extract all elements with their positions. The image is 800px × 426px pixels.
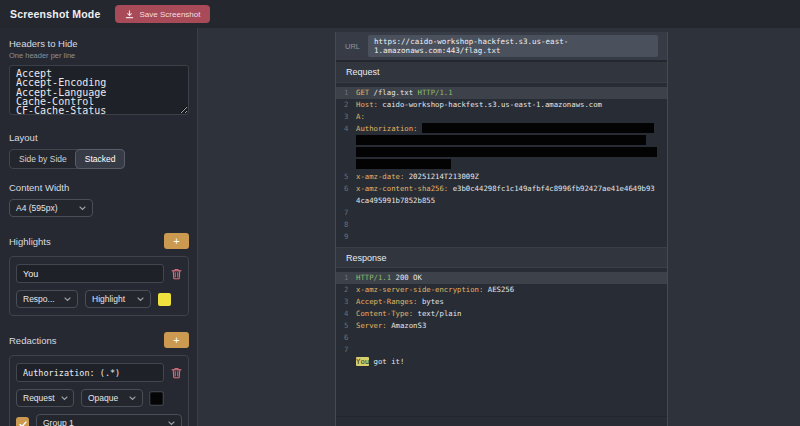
layout-side-by-side-button[interactable]: Side by Side bbox=[10, 150, 76, 168]
code-line bbox=[336, 147, 667, 159]
line-number bbox=[336, 159, 348, 171]
url-row: URL https://caido-workshop-hackfest.s3.u… bbox=[336, 32, 667, 62]
response-code-view: 1HTTP/1.1 200 OK2x-amz-server-side-encry… bbox=[336, 268, 667, 370]
line-number: 9 bbox=[336, 231, 348, 243]
panel-footer-divider bbox=[336, 416, 667, 417]
line-number bbox=[336, 147, 348, 159]
highlight-scope-value: Respo... bbox=[23, 294, 55, 304]
code-line: 2Host: caido-workshop-hackfest.s3.us-eas… bbox=[336, 99, 667, 111]
check-icon bbox=[19, 414, 27, 426]
highlight-color-swatch[interactable] bbox=[158, 293, 171, 306]
line-number: 7 bbox=[336, 207, 348, 219]
workspace: Headers to Hide One header per line Acce… bbox=[0, 28, 800, 426]
top-bar: Screenshot Mode Save Screenshot bbox=[0, 0, 800, 28]
code-token: x-amz-date: bbox=[356, 172, 404, 181]
page-title: Screenshot Mode bbox=[10, 8, 101, 20]
line-number: 2 bbox=[336, 284, 348, 296]
code-token: AmazonS3 bbox=[387, 321, 427, 330]
content-width-select[interactable]: A4 (595px) bbox=[9, 199, 93, 217]
code-token: A: bbox=[356, 112, 365, 121]
code-token: Host: bbox=[356, 100, 378, 109]
line-content: Host: caido-workshop-hackfest.s3.us-east… bbox=[348, 99, 667, 111]
line-content bbox=[348, 219, 667, 231]
line-content: Authorization: bbox=[348, 123, 667, 135]
url-value[interactable]: https://caido-workshop-hackfest.s3.us-ea… bbox=[368, 35, 658, 57]
line-content bbox=[348, 159, 667, 171]
highlight-scope-select[interactable]: Respo... bbox=[16, 290, 78, 308]
line-number: 7 bbox=[336, 344, 348, 356]
delete-redaction-button[interactable] bbox=[171, 367, 182, 379]
line-number bbox=[336, 356, 348, 368]
code-line: 1HTTP/1.1 200 OK bbox=[336, 272, 667, 284]
delete-highlight-button[interactable] bbox=[171, 268, 182, 280]
line-number: 4 bbox=[336, 308, 348, 320]
line-number bbox=[336, 135, 348, 147]
group-value: Group 1 bbox=[43, 418, 74, 426]
line-content: GET /flag.txt HTTP/1.1 bbox=[348, 87, 667, 99]
line-content: x-amz-server-side-encryption: AES256 bbox=[348, 284, 667, 296]
settings-sidebar: Headers to Hide One header per line Acce… bbox=[0, 28, 198, 426]
code-token: /flag.txt bbox=[369, 88, 417, 97]
highlight-style-value: Highlight bbox=[92, 294, 125, 304]
add-highlight-button[interactable]: + bbox=[164, 233, 189, 249]
code-token: got it! bbox=[369, 357, 404, 366]
redaction-group-row: Group 1 bbox=[16, 414, 182, 426]
line-content bbox=[348, 344, 667, 356]
redaction-pattern-input[interactable] bbox=[16, 363, 164, 382]
response-section-header: Response bbox=[336, 247, 667, 268]
code-token: x-amz-server-side-encryption: bbox=[356, 285, 483, 294]
group-enabled-checkbox[interactable] bbox=[16, 417, 29, 426]
line-number: 3 bbox=[336, 111, 348, 123]
line-content bbox=[348, 332, 667, 344]
line-content: HTTP/1.1 200 OK bbox=[348, 272, 667, 284]
line-content bbox=[348, 207, 667, 219]
line-content: 4ca495991b7852b855 bbox=[348, 195, 667, 207]
redaction-options-row: Request Opaque bbox=[16, 389, 182, 407]
add-redaction-button[interactable]: + bbox=[164, 332, 189, 348]
code-line: 4ca495991b7852b855 bbox=[336, 195, 667, 207]
code-line: You got it! bbox=[336, 356, 667, 368]
code-line: 1GET /flag.txt HTTP/1.1 bbox=[336, 87, 667, 99]
line-content: Content-Type: text/plain bbox=[348, 308, 667, 320]
line-number: 1 bbox=[336, 272, 348, 284]
group-select[interactable]: Group 1 bbox=[36, 414, 182, 426]
chevron-down-icon bbox=[79, 203, 86, 213]
highlights-label: Highlights bbox=[9, 236, 51, 247]
line-content: Server: AmazonS3 bbox=[348, 320, 667, 332]
code-line: 2x-amz-server-side-encryption: AES256 bbox=[336, 284, 667, 296]
trash-icon bbox=[171, 268, 182, 283]
chevron-down-icon bbox=[168, 418, 175, 426]
code-line: 3A: bbox=[336, 111, 667, 123]
code-token: Authorization: bbox=[356, 124, 418, 133]
highlight-pattern-input[interactable] bbox=[16, 264, 164, 283]
line-number bbox=[336, 195, 348, 207]
code-line: 7 bbox=[336, 344, 667, 356]
redaction-color-swatch[interactable] bbox=[150, 392, 163, 405]
redaction-style-value: Opaque bbox=[88, 393, 118, 403]
headers-to-hide-textarea[interactable]: Accept Accept-Encoding Accept-Language C… bbox=[9, 65, 189, 115]
redaction-pattern-row bbox=[16, 363, 182, 382]
save-screenshot-label: Save Screenshot bbox=[140, 10, 201, 19]
code-line: 6 bbox=[336, 332, 667, 344]
highlights-header-row: Highlights + bbox=[9, 233, 189, 249]
code-line: 5Server: AmazonS3 bbox=[336, 320, 667, 332]
line-content: Accept-Ranges: bytes bbox=[348, 296, 667, 308]
line-content bbox=[348, 147, 667, 159]
layout-stacked-button[interactable]: Stacked bbox=[76, 150, 125, 168]
redactions-header-row: Redactions + bbox=[9, 332, 189, 348]
code-line: 6x-amz-content-sha256: e3b0c44298fc1c149… bbox=[336, 183, 667, 195]
code-line: 9 bbox=[336, 231, 667, 243]
code-token: caido-workshop-hackfest.s3.us-east-1.ama… bbox=[378, 100, 602, 109]
code-line bbox=[336, 159, 667, 171]
redaction-style-select[interactable]: Opaque bbox=[81, 389, 143, 407]
redaction-bar bbox=[356, 147, 657, 157]
highlight-style-select[interactable]: Highlight bbox=[85, 290, 151, 308]
line-content: A: bbox=[348, 111, 667, 123]
code-token: bytes bbox=[418, 297, 444, 306]
code-token: GET bbox=[356, 88, 369, 97]
line-content: x-amz-date: 20251214T213009Z bbox=[348, 171, 667, 183]
line-number: 6 bbox=[336, 332, 348, 344]
redaction-scope-select[interactable]: Request bbox=[16, 389, 74, 407]
line-number: 8 bbox=[336, 219, 348, 231]
save-screenshot-button[interactable]: Save Screenshot bbox=[115, 5, 211, 23]
